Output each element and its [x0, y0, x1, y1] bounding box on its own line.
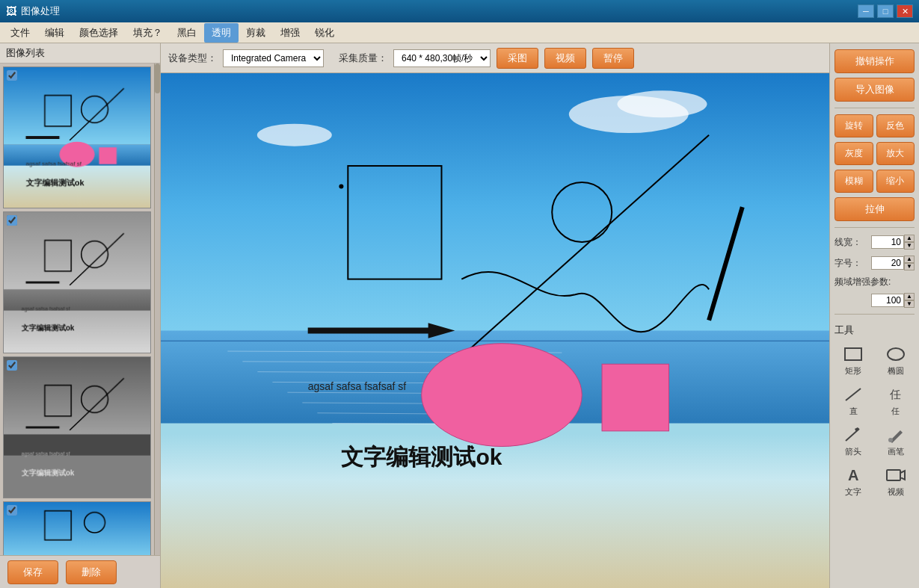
freq-spinner: ▲ ▼: [904, 293, 915, 308]
tool-video[interactable]: 视频: [877, 462, 915, 500]
svg-marker-7: [900, 471, 905, 480]
scrollbar-track[interactable]: [154, 64, 160, 555]
svg-line-2: [846, 389, 861, 400]
menu-edit[interactable]: 编辑: [37, 23, 72, 43]
thumb-checkbox-1[interactable]: [7, 70, 17, 81]
tool-custom[interactable]: 任 任: [877, 382, 915, 419]
divider-2: [835, 227, 915, 228]
stretch-button[interactable]: 拉伸: [835, 197, 915, 221]
tool-ellipse-label: 椭圆: [888, 365, 904, 377]
ellipse-icon: [884, 344, 908, 365]
divider-1: [835, 108, 915, 108]
capture-button[interactable]: 采图: [497, 48, 538, 69]
gray-zoomin-row: 灰度 放大: [835, 142, 915, 165]
menu-sharpen[interactable]: 锐化: [307, 23, 342, 43]
menu-enhance[interactable]: 增强: [273, 23, 307, 43]
main-canvas[interactable]: [161, 73, 829, 588]
main-layout: 图像列表: [0, 43, 919, 588]
blur-button[interactable]: 模糊: [835, 170, 873, 193]
line-width-label: 线宽：: [835, 236, 861, 249]
rotate-button[interactable]: 旋转: [835, 114, 873, 137]
svg-rect-0: [845, 348, 861, 360]
tool-brush[interactable]: 画笔: [877, 422, 915, 459]
image-list-container[interactable]: [0, 64, 154, 555]
text-icon: A: [841, 465, 865, 486]
pause-button[interactable]: 暂停: [592, 48, 634, 69]
zoom-in-button[interactable]: 放大: [876, 142, 915, 165]
font-size-row: 字号： ▲ ▼: [835, 256, 915, 270]
freq-up[interactable]: ▲: [904, 293, 915, 300]
video-icon: [884, 465, 908, 486]
restore-button[interactable]: □: [877, 4, 894, 18]
device-type-select[interactable]: Integrated Camera: [223, 49, 324, 67]
freq-input-wrap: ▲ ▼: [835, 293, 915, 308]
scrollbar-thumb[interactable]: [155, 64, 160, 93]
tool-line[interactable]: 直: [835, 382, 873, 419]
custom-icon: 任: [884, 384, 908, 405]
tools-grid: 矩形 椭圆 直 任 任 箭: [835, 341, 915, 500]
line-width-input[interactable]: [871, 235, 904, 249]
tool-rect[interactable]: 矩形: [835, 341, 873, 379]
font-size-up[interactable]: ▲: [904, 256, 915, 263]
tool-ellipse[interactable]: 椭圆: [877, 341, 915, 379]
line-width-spinner: ▲ ▼: [904, 235, 915, 250]
thumb-checkbox-3[interactable]: [7, 360, 17, 371]
minimize-button[interactable]: ─: [858, 4, 874, 18]
center-panel: 设备类型： Integrated Camera 采集质量： 640 * 480,…: [161, 43, 829, 588]
rotate-invert-row: 旋转 反色: [835, 114, 915, 137]
delete-button[interactable]: 删除: [66, 560, 117, 584]
menu-transparent[interactable]: 透明: [204, 23, 239, 43]
menu-color-select[interactable]: 颜色选择: [72, 23, 126, 43]
thumbnail-1[interactable]: [3, 66, 151, 208]
menu-file[interactable]: 文件: [3, 23, 37, 43]
tool-text[interactable]: A 文字: [835, 462, 873, 500]
window-controls: ─ □ ✕: [858, 4, 913, 18]
invert-button[interactable]: 反色: [876, 114, 915, 137]
canvas-area[interactable]: [161, 73, 829, 588]
blur-zoomout-row: 模糊 缩小: [835, 170, 915, 193]
quality-select[interactable]: 640 * 480,30帧/秒: [393, 49, 491, 67]
image-list-title: 图像列表: [0, 43, 160, 64]
freq-input[interactable]: [871, 294, 904, 307]
grayscale-button[interactable]: 灰度: [835, 142, 873, 165]
font-size-down[interactable]: ▼: [904, 263, 915, 270]
tool-arrow-label: 箭头: [845, 446, 861, 457]
arrow-icon: [841, 424, 865, 445]
menu-crop[interactable]: 剪裁: [239, 23, 273, 43]
import-button[interactable]: 导入图像: [835, 78, 915, 102]
title-bar: 🖼 图像处理 ─ □ ✕: [0, 0, 919, 22]
menu-fill[interactable]: 填充？: [126, 23, 170, 43]
undo-button[interactable]: 撤销操作: [835, 49, 915, 73]
thumb-checkbox-2[interactable]: [7, 215, 17, 226]
freq-down[interactable]: ▼: [904, 300, 915, 308]
divider-3: [835, 314, 915, 315]
close-button[interactable]: ✕: [897, 4, 913, 18]
app-icon: 🖼: [6, 5, 16, 17]
thumb-checkbox-4[interactable]: [7, 505, 17, 516]
tool-arrow[interactable]: 箭头: [835, 422, 873, 459]
rect-icon: [841, 344, 865, 365]
line-icon: [841, 384, 865, 405]
video-button[interactable]: 视频: [544, 48, 586, 69]
brush-icon: [884, 424, 908, 445]
quality-label: 采集质量：: [339, 52, 387, 65]
tools-title: 工具: [835, 324, 915, 337]
line-width-up[interactable]: ▲: [904, 235, 915, 242]
tool-text-label: 文字: [845, 486, 861, 498]
line-width-row: 线宽： ▲ ▼: [835, 235, 915, 250]
toolbar-row: 设备类型： Integrated Camera 采集质量： 640 * 480,…: [161, 43, 829, 73]
line-width-down[interactable]: ▼: [904, 242, 915, 250]
font-size-input-wrap: ▲ ▼: [871, 256, 915, 270]
left-panel: 图像列表: [0, 43, 161, 588]
font-size-input[interactable]: [871, 256, 904, 270]
thumbnail-3[interactable]: [3, 356, 151, 498]
tool-line-label: 直: [849, 406, 858, 417]
tool-video-label: 视频: [888, 486, 904, 498]
thumbnail-4[interactable]: [3, 501, 151, 555]
zoom-out-button[interactable]: 缩小: [876, 170, 915, 193]
device-type-label: 设备类型：: [168, 52, 217, 65]
save-button[interactable]: 保存: [7, 560, 58, 584]
tool-brush-label: 画笔: [888, 446, 904, 457]
thumbnail-2[interactable]: [3, 211, 151, 353]
menu-bw[interactable]: 黑白: [170, 23, 204, 43]
